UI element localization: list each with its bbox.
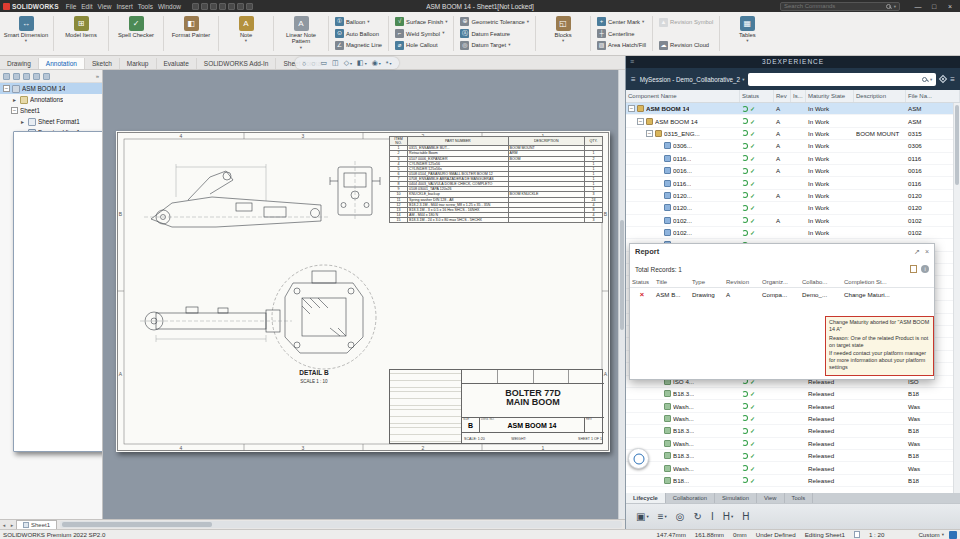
expander-icon[interactable]: ▸ bbox=[11, 96, 18, 103]
feature-manager-tab[interactable] bbox=[3, 73, 10, 80]
ribbon-surface-finish[interactable]: √Surface Finish▾ bbox=[393, 16, 449, 28]
bom-table-icon[interactable]: ≡▾ bbox=[658, 511, 667, 522]
component-row[interactable]: B18...✓ReleasedB18 bbox=[626, 475, 953, 487]
panel-tab-tools[interactable]: Tools bbox=[785, 493, 814, 503]
chevron-down-icon[interactable]: ▾ bbox=[894, 4, 896, 9]
component-row[interactable]: Wash...✓ReleasedWas bbox=[626, 413, 953, 425]
panel-scrollbar[interactable] bbox=[953, 103, 960, 493]
explore-search-icon[interactable]: ◎ bbox=[676, 511, 685, 522]
command-search-input[interactable] bbox=[784, 3, 883, 9]
ribbon-revision-symbol[interactable]: ▲Revision Symbol bbox=[657, 16, 715, 28]
ribbon-datum-target[interactable]: ◎Datum Target▾ bbox=[458, 39, 531, 51]
statusbar-badge-icon[interactable] bbox=[949, 531, 957, 539]
print-icon[interactable] bbox=[219, 3, 226, 10]
zoom-area-icon[interactable]: ◌ bbox=[311, 60, 315, 67]
hamburger-icon[interactable]: ≡ bbox=[631, 75, 636, 84]
refresh-icon[interactable]: ↻ bbox=[694, 511, 702, 522]
expander-icon[interactable]: − bbox=[637, 118, 644, 125]
component-row[interactable]: Wash...✓ReleasedWas bbox=[626, 462, 953, 474]
column-component-name[interactable]: Component Name bbox=[626, 90, 740, 102]
ribbon-model-items[interactable]: ⊞Model Items bbox=[58, 14, 104, 53]
expander-icon[interactable]: ▸ bbox=[19, 118, 26, 125]
ribbon-magnetic-line[interactable]: ∠Magnetic Line bbox=[333, 39, 384, 51]
component-row[interactable]: B18.3...✓ReleasedB18 bbox=[626, 425, 953, 437]
tree-item-annotations[interactable]: ▸Annotations bbox=[0, 94, 102, 105]
expand-panel-icon[interactable]: » bbox=[96, 73, 99, 79]
close-dialog-icon[interactable]: × bbox=[925, 248, 929, 256]
chevron-down-icon[interactable]: ▾ bbox=[930, 77, 932, 82]
expander-icon[interactable]: − bbox=[11, 107, 18, 114]
zoom-fit-icon[interactable]: ○ bbox=[302, 60, 306, 67]
component-row[interactable]: 0120...✓AIn Work0120 bbox=[626, 190, 953, 202]
ribbon-linear-note-pattern[interactable]: ALinear Note Pattern▾ bbox=[278, 14, 324, 53]
component-row[interactable]: 0116...✓AIn Work0116 bbox=[626, 153, 953, 165]
report-column-completion-st[interactable]: Completion St... bbox=[842, 279, 934, 285]
panel-tab-simulation[interactable]: Simulation bbox=[715, 493, 757, 503]
hide-show-icon[interactable]: ◉▾ bbox=[372, 59, 381, 67]
session-selector[interactable]: MySession - Demo_Collaborative_2▾ bbox=[640, 76, 745, 83]
ribbon-smart-dimension[interactable]: ↔Smart Dimension▾ bbox=[3, 14, 49, 53]
ribbon-area-hatch-fill[interactable]: ▨Area Hatch/Fill bbox=[595, 39, 648, 51]
menu-window[interactable]: Window bbox=[156, 3, 183, 10]
tag-icon[interactable] bbox=[939, 75, 947, 83]
close-button[interactable]: × bbox=[945, 3, 955, 10]
component-row[interactable]: 0120...✓In Work0120 bbox=[626, 202, 953, 214]
tree-item-sheet1[interactable]: −Sheet1 bbox=[0, 105, 102, 116]
tab-sketch[interactable]: Sketch bbox=[85, 58, 120, 69]
column-is[interactable]: Is... bbox=[791, 90, 806, 102]
property-manager-tab[interactable] bbox=[13, 73, 20, 80]
scrollbar-thumb[interactable] bbox=[62, 522, 212, 527]
report-cell-completion-status[interactable]: Change Maturi... bbox=[842, 291, 934, 298]
menu-view[interactable]: View bbox=[95, 3, 113, 10]
scrollbar-thumb[interactable] bbox=[955, 105, 959, 185]
menu-tools[interactable]: Tools bbox=[136, 3, 155, 10]
drawing-view4-art[interactable] bbox=[145, 307, 280, 332]
ribbon-tables[interactable]: ▦Tables▾ bbox=[724, 14, 770, 53]
ribbon-geometric-tolerance[interactable]: ⊕Geometric Tolerance▾ bbox=[458, 16, 531, 28]
ribbon-balloon[interactable]: ①Balloon▾ bbox=[333, 16, 384, 28]
redo-icon[interactable] bbox=[237, 3, 244, 10]
component-row[interactable]: B18.3...✓ReleasedB18 bbox=[626, 388, 953, 400]
column-rev[interactable]: Rev bbox=[774, 90, 791, 102]
drawing-view1-art[interactable] bbox=[151, 171, 321, 227]
drawing-graphics-area[interactable]: 43214321BABADETAIL BSCALE 1 : 10 ITEM NO… bbox=[103, 70, 625, 519]
tree-item-asm-boom-14[interactable]: −ASM BOOM 14 bbox=[0, 83, 102, 94]
component-row[interactable]: Wash...✓ReleasedWas bbox=[626, 400, 953, 412]
panel-search[interactable]: ▾ bbox=[748, 73, 936, 86]
menu-file[interactable]: File bbox=[64, 3, 78, 10]
view-orientation-icon[interactable]: ◇▾ bbox=[344, 59, 352, 67]
restore-button[interactable]: □ bbox=[929, 3, 939, 10]
configuration-manager-tab[interactable] bbox=[23, 73, 30, 80]
dimxpert-manager-tab[interactable] bbox=[33, 73, 40, 80]
expander-icon[interactable]: − bbox=[3, 85, 10, 92]
new-icon[interactable] bbox=[192, 3, 199, 10]
tab-drawing[interactable]: Drawing bbox=[0, 58, 39, 69]
sheet-nav-last-icon[interactable]: ▸ bbox=[8, 522, 16, 528]
report-column-collabo[interactable]: Collabo... bbox=[800, 279, 842, 285]
open-h-icon[interactable]: H▾ bbox=[723, 511, 734, 522]
expand-dialog-icon[interactable]: ↗ bbox=[914, 248, 920, 256]
ribbon-weld-symbol[interactable]: ⌐Weld Symbol▾ bbox=[393, 28, 449, 40]
ribbon-revision-cloud[interactable]: ☁Revision Cloud bbox=[657, 39, 715, 51]
panel-tab-view[interactable]: View bbox=[757, 493, 784, 503]
horizontal-scrollbar[interactable] bbox=[60, 521, 622, 528]
ribbon-datum-feature[interactable]: ⒶDatum Feature bbox=[458, 28, 531, 40]
component-row[interactable]: 0306...✓AIn Work0306 bbox=[626, 140, 953, 152]
ribbon-center-mark[interactable]: +Center Mark▾ bbox=[595, 16, 648, 28]
menu-edit[interactable]: Edit bbox=[79, 3, 94, 10]
tab-solidworks-add-in[interactable]: SOLIDWORKS Add-In bbox=[197, 58, 277, 69]
component-row[interactable]: B18.3...✓ReleasedB18 bbox=[626, 450, 953, 462]
display-manager-tab[interactable] bbox=[43, 73, 50, 80]
column-description[interactable]: Description bbox=[854, 90, 906, 102]
component-row[interactable]: Wash...✓ReleasedWas bbox=[626, 438, 953, 450]
report-row[interactable]: × ASM B... Drawing A Compa... Demo_... C… bbox=[630, 288, 934, 301]
insert-component-icon[interactable]: I bbox=[711, 511, 714, 522]
menu-insert[interactable]: Insert bbox=[114, 3, 134, 10]
column-maturity-state[interactable]: Maturity State bbox=[806, 90, 854, 102]
report-column-organiz[interactable]: Organiz... bbox=[760, 279, 800, 285]
scale-selector[interactable]: Custom▾ bbox=[918, 531, 944, 538]
expander-icon[interactable]: − bbox=[628, 105, 635, 112]
export-report-icon[interactable] bbox=[910, 265, 917, 273]
view-settings-icon[interactable]: *▾ bbox=[386, 60, 392, 67]
sheet-nav-first-icon[interactable]: ◂ bbox=[0, 522, 8, 528]
